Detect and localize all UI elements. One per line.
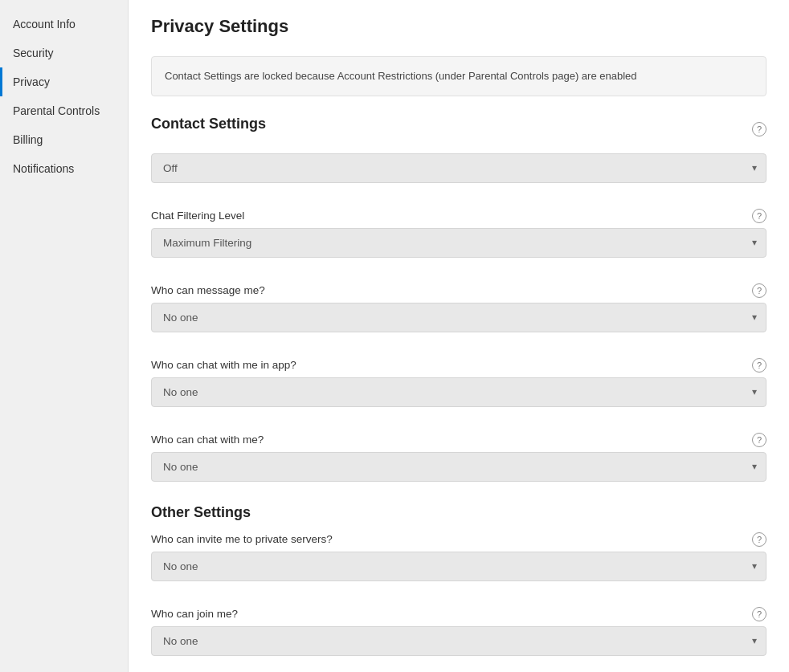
who-join-me-help-icon[interactable]: ?: [752, 607, 767, 621]
who-join-me-select-wrapper: No one Friends Everyone ▾: [151, 626, 767, 656]
who-message-select-wrapper: No one Friends Everyone ▾: [151, 303, 767, 332]
who-chat-in-app-select[interactable]: No one Friends Everyone: [151, 377, 767, 407]
who-invite-private-servers-row: Who can invite me to private servers? ? …: [151, 532, 767, 581]
who-chat-in-app-help-icon[interactable]: ?: [752, 358, 767, 373]
who-message-help-icon[interactable]: ?: [752, 283, 767, 298]
other-settings-section: Other Settings Who can invite me to priv…: [151, 504, 767, 673]
sidebar-item-notifications[interactable]: Notifications: [0, 154, 128, 183]
sidebar-item-billing[interactable]: Billing: [0, 125, 128, 154]
who-chat-help-icon[interactable]: ?: [752, 433, 767, 447]
who-chat-in-app-select-wrapper: No one Friends Everyone ▾: [151, 377, 767, 407]
contact-setting-select-wrapper: Off On ▾: [151, 153, 767, 183]
who-join-me-row: Who can join me? ? No one Friends Everyo…: [151, 607, 767, 656]
who-invite-private-servers-label: Who can invite me to private servers?: [151, 533, 333, 545]
sidebar-item-account-info[interactable]: Account Info: [0, 10, 128, 39]
who-invite-private-servers-select[interactable]: No one Friends Everyone: [151, 552, 767, 581]
who-chat-select-wrapper: No one Friends Everyone ▾: [151, 452, 767, 482]
who-chat-in-app-row: Who can chat with me in app? ? No one Fr…: [151, 358, 767, 407]
contact-setting-off: Off On ▾: [151, 153, 767, 183]
chat-filtering-select[interactable]: Maximum Filtering Medium Filtering No Fi…: [151, 228, 767, 258]
who-invite-private-servers-help-icon[interactable]: ?: [752, 532, 767, 547]
chat-filtering-row: Chat Filtering Level ? Maximum Filtering…: [151, 209, 767, 258]
contact-settings-help-icon[interactable]: ?: [752, 122, 767, 136]
who-chat-row: Who can chat with me? ? No one Friends E…: [151, 433, 767, 482]
lock-notice: Contact Settings are locked because Acco…: [151, 56, 767, 96]
main-content: Privacy Settings Contact Settings are lo…: [129, 0, 789, 672]
who-message-select[interactable]: No one Friends Everyone: [151, 303, 767, 332]
sidebar-item-security[interactable]: Security: [0, 39, 128, 67]
chat-filtering-select-wrapper: Maximum Filtering Medium Filtering No Fi…: [151, 228, 767, 258]
who-message-label: Who can message me?: [151, 284, 265, 296]
sidebar-item-parental-controls[interactable]: Parental Controls: [0, 96, 128, 125]
who-join-me-select[interactable]: No one Friends Everyone: [151, 626, 767, 656]
who-chat-in-app-label: Who can chat with me in app?: [151, 359, 296, 371]
other-settings-title: Other Settings: [151, 504, 767, 521]
contact-settings-section: Contact Settings ? Off On ▾ Chat Filteri…: [151, 116, 767, 482]
who-chat-select[interactable]: No one Friends Everyone: [151, 452, 767, 482]
sidebar-item-privacy[interactable]: Privacy: [0, 67, 128, 96]
who-invite-private-servers-select-wrapper: No one Friends Everyone ▾: [151, 552, 767, 581]
chat-filtering-label: Chat Filtering Level: [151, 210, 244, 222]
who-chat-label: Who can chat with me?: [151, 434, 264, 446]
chat-filtering-help-icon[interactable]: ?: [752, 209, 767, 223]
who-join-me-label: Who can join me?: [151, 608, 238, 620]
who-message-row: Who can message me? ? No one Friends Eve…: [151, 283, 767, 332]
sidebar: Account Info Security Privacy Parental C…: [0, 0, 129, 672]
contact-setting-select[interactable]: Off On: [151, 153, 767, 183]
contact-settings-title: Contact Settings: [151, 116, 266, 132]
page-title: Privacy Settings: [151, 16, 767, 37]
